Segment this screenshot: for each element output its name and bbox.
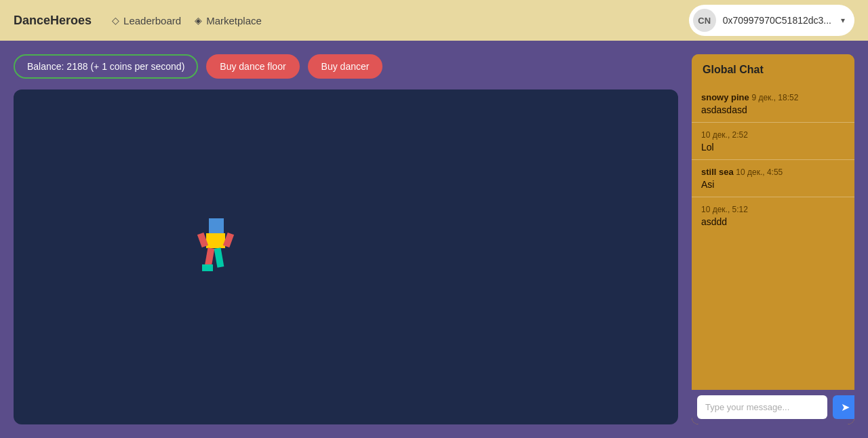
chat-messages[interactable]: snowy pine 9 дек., 18:52asdasdasd10 дек.… xyxy=(692,85,854,390)
dancer-figure xyxy=(197,218,244,286)
chat-input-area: ➤ xyxy=(692,390,854,424)
game-canvas xyxy=(14,89,678,424)
message-header: still sea 10 дек., 4:55 xyxy=(701,167,845,177)
chat-send-button[interactable]: ➤ xyxy=(833,395,854,419)
message-header: 10 дек., 5:12 xyxy=(701,204,845,214)
nav: ◇ Leaderboard ◈ Marketplace xyxy=(112,15,669,26)
message-author: snowy pine xyxy=(701,92,751,102)
chat-message: still sea 10 дек., 4:55Asi xyxy=(692,159,854,197)
leaderboard-icon: ◇ xyxy=(112,15,119,26)
message-time: 10 дек., 2:52 xyxy=(701,130,748,140)
message-text: Asi xyxy=(701,179,845,190)
buy-dancer-button[interactable]: Buy dancer xyxy=(308,54,383,79)
left-column: Balance: 2188 (+ 1 coins per second) Buy… xyxy=(14,54,678,424)
send-icon: ➤ xyxy=(841,401,850,414)
chevron-down-icon: ▾ xyxy=(841,16,845,25)
logo: DanceHeroes xyxy=(14,14,92,28)
message-text: Lol xyxy=(701,142,845,153)
buy-dance-floor-button[interactable]: Buy dance floor xyxy=(206,54,299,79)
chat-column: Global Chat snowy pine 9 дек., 18:52asda… xyxy=(692,54,854,424)
message-time: 10 дек., 5:12 xyxy=(701,205,748,214)
marketplace-icon: ◈ xyxy=(195,15,202,26)
nav-leaderboard-label: Leaderboard xyxy=(123,15,181,26)
chat-title: Global Chat xyxy=(692,54,854,85)
message-header: snowy pine 9 дек., 18:52 xyxy=(701,92,845,102)
balance-bar: Balance: 2188 (+ 1 coins per second) Buy… xyxy=(14,54,678,79)
nav-leaderboard[interactable]: ◇ Leaderboard xyxy=(112,15,181,26)
wallet-address: 0x70997970C51812dc3... xyxy=(723,15,831,26)
dancer-head xyxy=(209,218,224,233)
main-content: Balance: 2188 (+ 1 coins per second) Buy… xyxy=(0,41,868,438)
dancer-body xyxy=(206,233,225,248)
header: DanceHeroes ◇ Leaderboard ◈ Marketplace … xyxy=(0,0,868,41)
avatar: CN xyxy=(693,9,716,32)
chat-container: Global Chat snowy pine 9 дек., 18:52asda… xyxy=(692,54,854,424)
nav-marketplace-label: Marketplace xyxy=(206,15,262,26)
dancer-foot-left xyxy=(202,264,213,271)
balance-badge: Balance: 2188 (+ 1 coins per second) xyxy=(14,54,198,79)
dancer-leg-right xyxy=(214,247,224,267)
message-header: 10 дек., 2:52 xyxy=(701,130,845,140)
wallet-button[interactable]: CN 0x70997970C51812dc3... ▾ xyxy=(689,5,854,36)
message-text: asddd xyxy=(701,216,845,227)
chat-message: snowy pine 9 дек., 18:52asdasdasd xyxy=(692,85,854,122)
message-time: 10 дек., 4:55 xyxy=(736,167,783,177)
message-text: asdasdasd xyxy=(701,104,845,115)
chat-input[interactable] xyxy=(697,395,827,419)
chat-message: 10 дек., 5:12asddd xyxy=(692,197,854,234)
chat-message: 10 дек., 2:52Lol xyxy=(692,122,854,159)
nav-marketplace[interactable]: ◈ Marketplace xyxy=(195,15,262,26)
message-author: still sea xyxy=(701,167,736,177)
message-time: 9 дек., 18:52 xyxy=(751,93,798,102)
